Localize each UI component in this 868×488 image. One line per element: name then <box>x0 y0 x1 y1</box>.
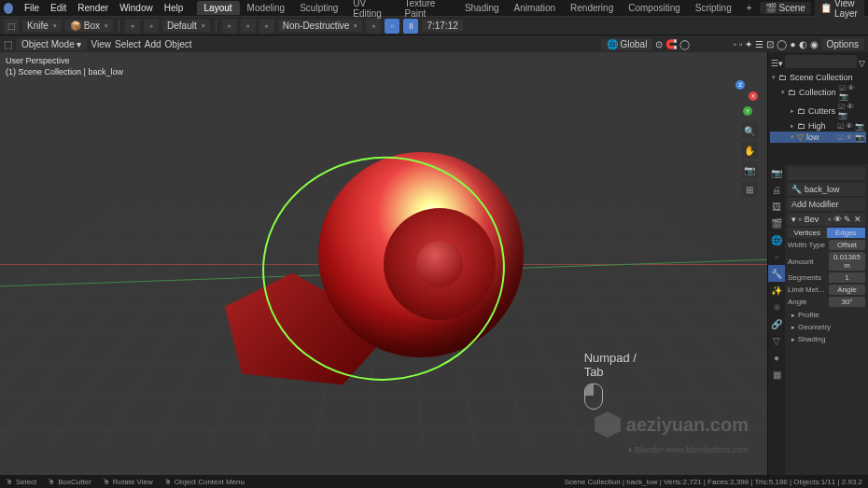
viewlayer-selector[interactable]: 📋 View Layer <box>815 0 864 20</box>
scene-selector[interactable]: 🎬 Scene <box>760 2 811 14</box>
tool-icon-2[interactable]: ▫ <box>144 19 159 34</box>
tab-scene[interactable]: 🎬 <box>768 215 785 231</box>
outliner-high[interactable]: ▸🗀 High ☑ 👁 📷 <box>770 120 866 132</box>
overlay-icon[interactable]: ☰ <box>755 39 763 49</box>
tool-icon-5[interactable]: ▫ <box>259 19 274 34</box>
seg-vertices[interactable]: Vertices <box>788 228 827 238</box>
section-shading[interactable]: Shading <box>788 333 865 345</box>
tool-icon-1[interactable]: ▫ <box>125 19 140 34</box>
sb-context: 🖱 Object Context Menu <box>164 478 245 486</box>
menu-edit[interactable]: Edit <box>45 3 72 13</box>
segments-value[interactable]: 1 <box>829 272 865 283</box>
move-view-icon[interactable]: ✋ <box>741 142 758 159</box>
viewport-options[interactable]: Options <box>821 38 864 50</box>
section-geometry[interactable]: Geometry <box>788 321 865 333</box>
workspace-animation[interactable]: Animation <box>507 1 563 15</box>
outliner-collection[interactable]: ▾🗀 Collection ☑ 👁 📷 <box>770 83 866 102</box>
workspace-texpaint[interactable]: Texture Paint <box>398 0 457 21</box>
snap-icon[interactable]: 🧲 <box>665 39 677 49</box>
vp-icon-1[interactable]: ▫ <box>733 39 736 49</box>
tab-modifiers[interactable]: 🔧 <box>768 265 785 282</box>
viewlayer-name: View Layer <box>834 0 859 19</box>
tab-viewlayer[interactable]: 🖼 <box>768 198 785 215</box>
outliner-type-icon[interactable]: ☰▾ <box>771 59 783 68</box>
vp-menu-select[interactable]: Select <box>115 39 141 49</box>
shading-solid-icon[interactable]: ● <box>790 39 795 49</box>
seg-edges[interactable]: Edges <box>827 228 866 238</box>
workspace-layout[interactable]: Layout <box>197 1 240 15</box>
pause-icon[interactable]: ⏸ <box>403 19 418 34</box>
angle-value[interactable]: 30° <box>829 297 865 307</box>
tool-icon-6[interactable]: ▫ <box>366 19 381 34</box>
object-name-header[interactable]: 🔧 back_low <box>788 183 865 196</box>
tab-material[interactable]: ● <box>768 349 785 366</box>
shading-wire-icon[interactable]: ◯ <box>777 39 787 49</box>
outliner-search[interactable] <box>785 55 857 68</box>
tab-constraints[interactable]: 🔗 <box>768 315 785 332</box>
workspace-scripting[interactable]: Scripting <box>688 1 739 15</box>
workspace-modeling[interactable]: Modeling <box>240 1 293 15</box>
modifier-bevel-header[interactable]: ▾ ▫Bev ▫ 👁 ✎ ✕ <box>788 213 865 226</box>
outliner-cutters[interactable]: ▸🗀 Cutters ☑ 👁 📷 <box>770 102 866 120</box>
workspace-sculpting[interactable]: Sculpting <box>292 1 345 15</box>
add-modifier-button[interactable]: Add Modifier <box>788 198 865 211</box>
nav-gizmo[interactable]: Z X Y <box>721 80 758 118</box>
limit-value[interactable]: Angle <box>829 285 865 295</box>
vp-menu-view[interactable]: View <box>91 39 111 49</box>
tab-render[interactable]: 📷 <box>768 164 785 181</box>
outliner[interactable]: ☰▾ ▽ ▾🗀 Scene Collection ▾🗀 Collection ☑… <box>768 52 868 164</box>
tool-icon-3[interactable]: ▫ <box>222 19 237 34</box>
menu-window[interactable]: Window <box>114 3 159 13</box>
shading-matprev-icon[interactable]: ◐ <box>799 39 807 49</box>
proportional-icon[interactable]: ◯ <box>679 39 690 49</box>
tab-mesh[interactable]: ▽ <box>768 332 785 349</box>
tab-world[interactable]: 🌐 <box>768 231 785 248</box>
editor-type-icon[interactable]: ⬚ <box>4 19 19 34</box>
width-type-value[interactable]: Offset <box>829 240 865 250</box>
tab-texture[interactable]: ▦ <box>768 366 785 383</box>
tab-output[interactable]: 🖨 <box>768 181 785 198</box>
interaction-mode[interactable]: Object Mode ▾ <box>16 38 87 50</box>
shading-rendered-icon[interactable]: ◉ <box>810 39 819 49</box>
bool-mode[interactable]: Non-Destructive <box>278 20 363 32</box>
axis-y-icon[interactable]: Y <box>743 106 752 116</box>
menu-help[interactable]: Help <box>159 3 189 13</box>
workspace-compositing[interactable]: Compositing <box>621 1 688 15</box>
tab-object[interactable]: ▫ <box>768 248 785 265</box>
workspace-shading[interactable]: Shading <box>457 1 507 15</box>
axis-x-icon[interactable]: X <box>749 91 758 101</box>
workspace-rendering[interactable]: Rendering <box>563 1 621 15</box>
persp-ortho-icon[interactable]: ⊞ <box>741 181 758 198</box>
outliner-filter-icon[interactable]: ▽ <box>859 59 865 68</box>
3d-viewport[interactable]: User Perspective (1) Scene Collection | … <box>0 52 767 475</box>
axis-z-icon[interactable]: Z <box>735 80 745 90</box>
menu-render[interactable]: Render <box>72 3 114 13</box>
boolean-shape[interactable]: 📦 Box <box>65 20 113 32</box>
tool-icon-7[interactable]: ▫ <box>385 19 399 34</box>
zoom-icon[interactable]: 🔍 <box>741 122 758 139</box>
menu-file[interactable]: File <box>19 3 45 13</box>
vp-menu-object[interactable]: Object <box>165 39 192 49</box>
outliner-scene-collection[interactable]: ▾🗀 Scene Collection <box>770 72 866 83</box>
outliner-low[interactable]: ▾▽ low ☑ 👁 📷 <box>770 132 866 143</box>
properties-search[interactable] <box>788 167 865 180</box>
bevel-mode-segment[interactable]: Vertices Edges <box>788 228 865 238</box>
xray-icon[interactable]: ⊡ <box>766 39 774 49</box>
workspace-uv[interactable]: UV Editing <box>345 0 397 21</box>
preset-selector[interactable]: Default <box>162 20 210 32</box>
camera-view-icon[interactable]: 📷 <box>741 161 758 178</box>
tab-physics[interactable]: ⚛ <box>768 299 785 315</box>
section-profile[interactable]: Profile <box>788 309 865 321</box>
vp-menu-add[interactable]: Add <box>145 39 161 49</box>
pivot-icon[interactable]: ⊙ <box>655 39 663 49</box>
perspective-label: User Perspective <box>6 56 123 67</box>
amount-value[interactable]: 0.01365 m <box>829 252 865 271</box>
active-tool[interactable]: Knife <box>22 20 62 32</box>
vp-icon-2[interactable]: ▫ <box>739 39 743 49</box>
workspace-add[interactable]: + <box>739 1 760 15</box>
gizmo-icon[interactable]: ✦ <box>745 39 752 49</box>
tab-particles[interactable]: ✨ <box>768 282 785 299</box>
transform-orientation[interactable]: 🌐 Global <box>601 38 653 50</box>
tool-icon-4[interactable]: ▫ <box>241 19 256 34</box>
editor-type-3dview-icon[interactable]: ⬚ <box>4 39 12 49</box>
